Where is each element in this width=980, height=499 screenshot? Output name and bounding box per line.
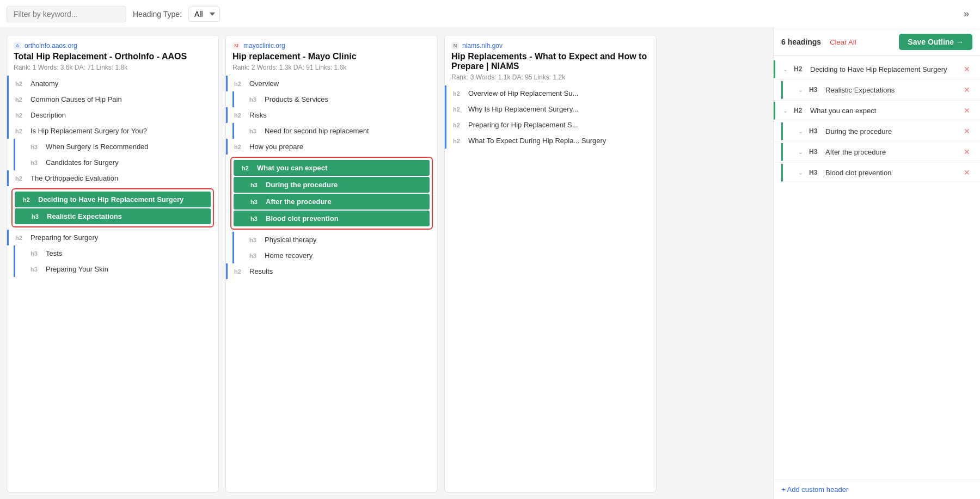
heading-text: What you can expect bbox=[257, 164, 327, 172]
outline-remove-button[interactable]: ✕ bbox=[961, 85, 972, 94]
heading-tag: h3 bbox=[250, 199, 262, 205]
outline-text: Blood clot prevention bbox=[825, 169, 958, 177]
heading-item[interactable]: h3Realistic Expectations bbox=[15, 208, 211, 224]
heading-tag: h2 bbox=[234, 81, 246, 87]
heading-item[interactable]: h2How you prepare bbox=[226, 139, 437, 155]
source-link[interactable]: A orthoinfo.aaos.org bbox=[14, 42, 212, 50]
source-favicon: A bbox=[14, 42, 21, 50]
heading-tag: h3 bbox=[249, 96, 261, 103]
outline-item: ⌄ H3 After the procedure ✕ bbox=[781, 143, 980, 161]
source-meta: Rank: 3 Words: 1.1k DA: 95 Links: 1.2k bbox=[451, 73, 650, 81]
selected-group: h2Deciding to Have Hip Replacement Surge… bbox=[11, 188, 214, 227]
heading-item[interactable]: h2The Orthopaedic Evaluation bbox=[7, 170, 218, 186]
outline-item: ⌄ H3 During the procedure ✕ bbox=[781, 122, 980, 140]
heading-item[interactable]: h3Tests bbox=[14, 245, 218, 261]
outline-tag: H3 bbox=[809, 86, 822, 94]
heading-item[interactable]: h3Need for second hip replacement bbox=[232, 123, 437, 139]
heading-item[interactable]: h3Blood clot prevention bbox=[234, 211, 430, 226]
heading-tag: h2 bbox=[242, 165, 254, 171]
source-url: mayoclinic.org bbox=[243, 42, 285, 50]
heading-item[interactable]: h3Candidates for Surgery bbox=[14, 155, 218, 170]
heading-text: When Surgery Is Recommended bbox=[46, 143, 149, 151]
heading-type-select[interactable]: All H2 H3 bbox=[188, 7, 220, 22]
heading-item[interactable]: h2Deciding to Have Hip Replacement Surge… bbox=[15, 192, 211, 207]
heading-item[interactable]: h2Description bbox=[7, 107, 218, 123]
heading-text: Anatomy bbox=[30, 79, 58, 88]
heading-item[interactable]: h3During the procedure bbox=[234, 177, 430, 193]
source-column-col3: N niams.nih.gov Hip Replacements - What … bbox=[444, 35, 657, 492]
outline-text: What you can expect bbox=[810, 107, 958, 115]
heading-item[interactable]: h2Overview bbox=[226, 76, 437, 91]
heading-item[interactable]: h2Why Is Hip Replacement Surgery... bbox=[445, 101, 656, 117]
heading-text: Products & Services bbox=[265, 95, 328, 103]
heading-item[interactable]: h2Is Hip Replacement Surgery for You? bbox=[7, 123, 218, 139]
heading-text: Results bbox=[249, 267, 273, 275]
heading-item[interactable]: h2Results bbox=[226, 263, 437, 279]
heading-item[interactable]: h2Common Causes of Hip Pain bbox=[7, 91, 218, 107]
heading-text: Physical therapy bbox=[265, 236, 316, 244]
heading-text: Overview of Hip Replacement Su... bbox=[468, 89, 578, 97]
heading-text: Tests bbox=[46, 249, 62, 257]
heading-tag: h2 bbox=[23, 196, 35, 203]
columns-area: A orthoinfo.aaos.org Total Hip Replaceme… bbox=[0, 28, 773, 499]
heading-item[interactable]: h3After the procedure bbox=[234, 194, 430, 210]
outline-remove-button[interactable]: ✕ bbox=[961, 106, 972, 115]
save-outline-button[interactable]: Save Outline → bbox=[899, 34, 972, 50]
heading-item[interactable]: h2Preparing for Hip Replacement S... bbox=[445, 117, 656, 133]
heading-tag: h2 bbox=[234, 144, 246, 150]
heading-tag: h2 bbox=[15, 112, 27, 119]
outline-chevron-icon[interactable]: ⌄ bbox=[783, 107, 791, 114]
heading-tag: h2 bbox=[234, 112, 246, 119]
heading-item[interactable]: h3Home recovery bbox=[232, 248, 437, 263]
outline-chevron-icon[interactable]: ⌄ bbox=[798, 87, 806, 94]
source-link[interactable]: M mayoclinic.org bbox=[232, 42, 431, 50]
expand-button[interactable]: » bbox=[959, 6, 973, 22]
outline-tag: H3 bbox=[809, 148, 822, 156]
heading-text: Deciding to Have Hip Replacement Surgery bbox=[38, 195, 183, 204]
heading-text: Candidates for Surgery bbox=[46, 158, 119, 167]
outline-remove-button[interactable]: ✕ bbox=[961, 127, 972, 135]
heading-text: Need for second hip replacement bbox=[265, 127, 369, 135]
source-link[interactable]: N niams.nih.gov bbox=[451, 42, 650, 50]
heading-text: Description bbox=[30, 111, 66, 119]
outline-text: Deciding to Have Hip Replacement Surgery bbox=[810, 65, 958, 73]
heading-text: Why Is Hip Replacement Surgery... bbox=[468, 105, 578, 113]
heading-item[interactable]: h3Products & Services bbox=[232, 91, 437, 107]
heading-type-label: Heading Type: bbox=[133, 10, 182, 19]
headings-count: 6 headings bbox=[781, 38, 821, 46]
heading-item[interactable]: h2What you can expect bbox=[234, 160, 430, 176]
heading-text: The Orthopaedic Evaluation bbox=[30, 174, 118, 182]
outline-remove-button[interactable]: ✕ bbox=[961, 65, 972, 73]
outline-chevron-icon[interactable]: ⌄ bbox=[798, 169, 806, 176]
heading-text: Blood clot prevention bbox=[266, 214, 339, 223]
heading-item[interactable]: h2Anatomy bbox=[7, 76, 218, 91]
add-custom-header[interactable]: + Add custom header bbox=[774, 479, 980, 499]
source-url: orthoinfo.aaos.org bbox=[24, 42, 77, 50]
outline-tag: H3 bbox=[809, 169, 822, 176]
heading-text: Common Causes of Hip Pain bbox=[30, 95, 122, 103]
clear-all-button[interactable]: Clear All bbox=[826, 37, 859, 47]
outline-remove-button[interactable]: ✕ bbox=[961, 168, 972, 177]
heading-item[interactable]: h3When Surgery Is Recommended bbox=[14, 139, 218, 155]
heading-item[interactable]: h3Preparing Your Skin bbox=[14, 261, 218, 277]
heading-tag: h2 bbox=[234, 268, 246, 275]
outline-chevron-icon[interactable]: ⌄ bbox=[798, 149, 806, 156]
heading-tag: h3 bbox=[249, 252, 261, 259]
outline-text: After the procedure bbox=[825, 148, 958, 156]
heading-item[interactable]: h3Physical therapy bbox=[232, 232, 437, 248]
outline-tag: H3 bbox=[809, 127, 822, 135]
heading-tag: h3 bbox=[30, 159, 42, 166]
heading-text: Preparing for Surgery bbox=[30, 233, 98, 242]
heading-item[interactable]: h2Preparing for Surgery bbox=[7, 230, 218, 245]
heading-item[interactable]: h2Overview of Hip Replacement Su... bbox=[445, 85, 656, 101]
outline-remove-button[interactable]: ✕ bbox=[961, 147, 972, 156]
heading-item[interactable]: h2Risks bbox=[226, 107, 437, 123]
filter-input[interactable] bbox=[7, 6, 126, 22]
heading-tag: h2 bbox=[15, 81, 27, 87]
heading-tag: h2 bbox=[15, 128, 27, 134]
heading-tag: h2 bbox=[453, 122, 465, 128]
outline-chevron-icon[interactable]: ⌄ bbox=[798, 128, 806, 135]
heading-item[interactable]: h2What To Expect During Hip Repla... Sur… bbox=[445, 133, 656, 149]
outline-chevron-icon[interactable]: ⌄ bbox=[783, 66, 791, 73]
source-url: niams.nih.gov bbox=[462, 42, 503, 50]
